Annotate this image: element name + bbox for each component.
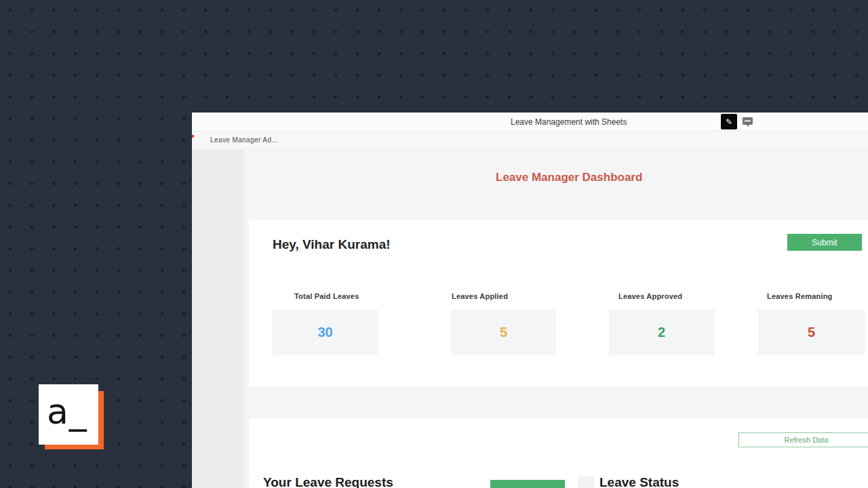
stat-value-box: 5 xyxy=(758,310,865,355)
stat-label: Total Paid Leaves xyxy=(294,292,359,300)
greeting-card: Hey, Vihar Kurama! Submit Total Paid Lea… xyxy=(249,220,868,386)
title-bar: Leave Management with Sheets ✎ xyxy=(192,113,868,131)
appsmith-logo: a_ xyxy=(39,384,98,445)
stat-label: Leaves Remaning xyxy=(767,292,833,300)
window-title: Leave Management with Sheets xyxy=(511,113,627,131)
tab-bar: Leave Manager Ad… xyxy=(192,131,868,150)
stat-value: 30 xyxy=(317,325,332,340)
comments-button[interactable] xyxy=(742,117,754,128)
orange-edge-mark-top xyxy=(192,135,194,138)
small-placeholder-box xyxy=(578,476,594,488)
left-sidebar xyxy=(192,150,244,488)
stat-value: 5 xyxy=(808,325,815,340)
stat-value: 5 xyxy=(500,325,507,340)
edit-button[interactable]: ✎ xyxy=(721,114,737,129)
stat-value-box: 2 xyxy=(609,310,714,355)
status-heading: Leave Status xyxy=(599,475,679,488)
page-title: Leave Manager Dashboard xyxy=(496,171,642,184)
stat-value: 2 xyxy=(658,325,665,340)
requests-card: Refresh Data Your Leave Requests Leave S… xyxy=(249,418,868,488)
requests-heading: Your Leave Requests xyxy=(263,475,393,488)
stat-value-box: 5 xyxy=(451,310,556,355)
action-button[interactable] xyxy=(490,480,565,488)
stat-label: Leaves Applied xyxy=(452,292,508,300)
app-window: Leave Management with Sheets ✎ Leave Man… xyxy=(192,113,868,488)
refresh-data-button[interactable]: Refresh Data xyxy=(738,432,868,447)
greeting-text: Hey, Vihar Kurama! xyxy=(273,237,391,252)
stat-label: Leaves Approved xyxy=(618,292,682,300)
submit-button[interactable]: Submit xyxy=(787,234,862,251)
pencil-icon: ✎ xyxy=(726,117,732,127)
screen-background: a_ Leave Management with Sheets ✎ Leave … xyxy=(0,0,868,488)
comment-icon xyxy=(742,117,754,128)
tab-leave-manager-admin[interactable]: Leave Manager Ad… xyxy=(210,131,279,149)
stat-value-box: 30 xyxy=(273,310,378,355)
